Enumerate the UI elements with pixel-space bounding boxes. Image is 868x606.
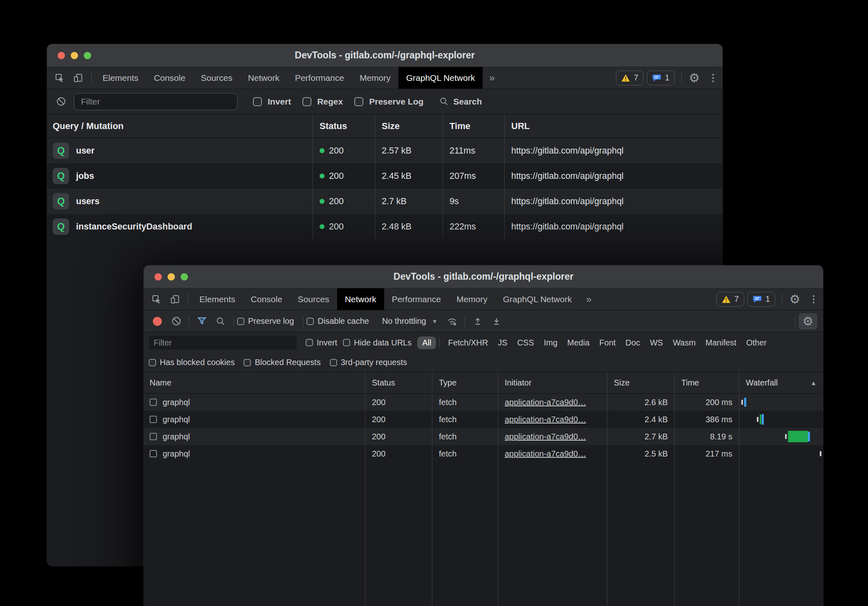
column-header-initiator[interactable]: Initiator: [498, 372, 607, 393]
has-blocked-cookies-label[interactable]: Has blocked cookies: [160, 358, 235, 367]
invert-label[interactable]: Invert: [268, 97, 291, 107]
invert-label[interactable]: Invert: [317, 338, 337, 348]
column-header-time[interactable]: Time: [674, 372, 739, 393]
tab-elements[interactable]: Elements: [95, 67, 146, 89]
inspect-element-icon[interactable]: [147, 288, 166, 310]
chevron-down-icon[interactable]: ▼: [432, 318, 438, 325]
row-checkbox[interactable]: [150, 399, 157, 406]
graphql-request-row[interactable]: Qjobs2002.45 kB207mshttps://gitlab.com/a…: [47, 163, 723, 189]
device-toolbar-icon[interactable]: [69, 67, 88, 89]
search-button[interactable]: Search: [439, 96, 482, 107]
filter-funnel-icon[interactable]: [192, 316, 211, 327]
filter-chip-img[interactable]: Img: [539, 336, 562, 349]
kebab-menu-icon[interactable]: [804, 288, 823, 310]
tab-console[interactable]: Console: [243, 288, 290, 310]
disable-cache-label[interactable]: Disable cache: [318, 316, 369, 326]
filter-chip-font[interactable]: Font: [595, 336, 621, 349]
issues-badge[interactable]: 1: [747, 292, 775, 307]
graphql-request-row[interactable]: QinstanceSecurityDashboard2002.48 kB222m…: [47, 214, 723, 239]
column-header-time[interactable]: Time: [443, 114, 504, 138]
clear-icon[interactable]: [54, 96, 68, 107]
column-header-type[interactable]: Type: [432, 372, 498, 393]
filter-chip-manifest[interactable]: Manifest: [700, 336, 741, 349]
initiator-link[interactable]: application-a7ca9d0…: [505, 449, 586, 459]
3rd-party-requests-checkbox[interactable]: [330, 359, 337, 366]
minimize-window-button[interactable]: [71, 52, 78, 59]
network-conditions-icon[interactable]: [443, 316, 461, 327]
initiator-link[interactable]: application-a7ca9d0…: [505, 415, 586, 424]
filter-chip-all[interactable]: All: [417, 336, 436, 349]
tab-memory[interactable]: Memory: [352, 67, 398, 89]
filter-chip-css[interactable]: CSS: [512, 336, 539, 349]
kebab-menu-icon[interactable]: [704, 67, 723, 89]
regex-label[interactable]: Regex: [317, 97, 343, 107]
filter-chip-other[interactable]: Other: [741, 336, 772, 349]
tab-graphql-network[interactable]: GraphQL Network: [398, 67, 483, 89]
graphql-request-row[interactable]: Qusers2002.7 kB9shttps://gitlab.com/api/…: [47, 189, 723, 214]
clear-icon[interactable]: [167, 316, 186, 327]
column-header-name[interactable]: Name: [144, 372, 365, 393]
issues-badge[interactable]: 1: [647, 71, 675, 85]
window-titlebar[interactable]: DevTools - gitlab.com/-/graphql-explorer: [47, 44, 723, 67]
invert-checkbox[interactable]: [306, 339, 313, 346]
3rd-party-requests-label[interactable]: 3rd-party requests: [341, 358, 407, 367]
has-blocked-cookies-checkbox[interactable]: [149, 359, 156, 366]
zoom-window-button[interactable]: [84, 52, 91, 59]
tab-console[interactable]: Console: [146, 67, 193, 89]
tab-memory[interactable]: Memory: [449, 288, 495, 310]
column-header-query-mutation[interactable]: Query / Mutation: [47, 114, 313, 138]
inspect-element-icon[interactable]: [50, 67, 69, 89]
settings-gear-icon[interactable]: ⚙: [685, 67, 704, 89]
network-request-row[interactable]: graphql200fetchapplication-a7ca9d0…2.7 k…: [144, 428, 823, 445]
filter-input[interactable]: [149, 336, 297, 350]
filter-chip-media[interactable]: Media: [562, 336, 594, 349]
filter-chip-ws[interactable]: WS: [645, 336, 668, 349]
tab-network[interactable]: Network: [240, 67, 287, 89]
warnings-badge[interactable]: 7: [716, 292, 744, 307]
column-header-status[interactable]: Status: [365, 372, 432, 393]
record-network-log-icon[interactable]: [148, 317, 167, 326]
throttling-select[interactable]: No throttling: [382, 316, 426, 326]
column-header-size[interactable]: Size: [375, 114, 443, 138]
column-header-url[interactable]: URL: [504, 114, 723, 138]
tab-sources[interactable]: Sources: [290, 288, 337, 310]
network-request-row[interactable]: graphql200fetchapplication-a7ca9d0…2.4 k…: [144, 411, 823, 428]
row-checkbox[interactable]: [150, 416, 157, 423]
blocked-requests-label[interactable]: Blocked Requests: [255, 358, 320, 367]
preserve-log-label[interactable]: Preserve Log: [369, 97, 423, 107]
device-toolbar-icon[interactable]: [166, 288, 185, 310]
network-request-row[interactable]: graphql200fetchapplication-a7ca9d0…2.5 k…: [144, 445, 823, 462]
row-checkbox[interactable]: [150, 450, 157, 457]
tab-performance[interactable]: Performance: [287, 67, 352, 89]
tab-elements[interactable]: Elements: [192, 288, 243, 310]
tab-performance[interactable]: Performance: [384, 288, 449, 310]
warnings-badge[interactable]: 7: [616, 71, 644, 85]
preserve-log-checkbox[interactable]: [354, 97, 363, 106]
window-titlebar[interactable]: DevTools - gitlab.com/-/graphql-explorer: [144, 265, 823, 288]
close-window-button[interactable]: [58, 52, 65, 59]
export-har-icon[interactable]: [487, 316, 506, 327]
invert-checkbox[interactable]: [253, 97, 262, 106]
filter-input[interactable]: [74, 93, 237, 110]
tab-sources[interactable]: Sources: [193, 67, 240, 89]
hide-data-urls-checkbox[interactable]: [343, 339, 350, 346]
more-tabs-button[interactable]: »: [579, 288, 598, 310]
filter-chip-js[interactable]: JS: [493, 336, 512, 349]
regex-checkbox[interactable]: [302, 97, 311, 106]
import-har-icon[interactable]: [468, 316, 487, 327]
settings-gear-icon[interactable]: ⚙: [785, 288, 804, 310]
preserve-log-checkbox[interactable]: [237, 318, 244, 325]
network-settings-gear-button[interactable]: ⚙: [799, 313, 817, 330]
disable-cache-checkbox[interactable]: [306, 318, 314, 325]
minimize-window-button[interactable]: [168, 273, 175, 281]
initiator-link[interactable]: application-a7ca9d0…: [505, 432, 586, 441]
filter-chip-wasm[interactable]: Wasm: [668, 336, 700, 349]
graphql-request-row[interactable]: Quser2002.57 kB211mshttps://gitlab.com/a…: [47, 138, 723, 163]
tab-graphql-network[interactable]: GraphQL Network: [495, 288, 579, 310]
column-header-waterfall[interactable]: Waterfall▲: [739, 372, 823, 393]
filter-chip-doc[interactable]: Doc: [621, 336, 645, 349]
blocked-requests-checkbox[interactable]: [244, 359, 251, 366]
tab-network[interactable]: Network: [337, 288, 384, 310]
column-header-size[interactable]: Size: [607, 372, 674, 393]
zoom-window-button[interactable]: [181, 273, 188, 281]
